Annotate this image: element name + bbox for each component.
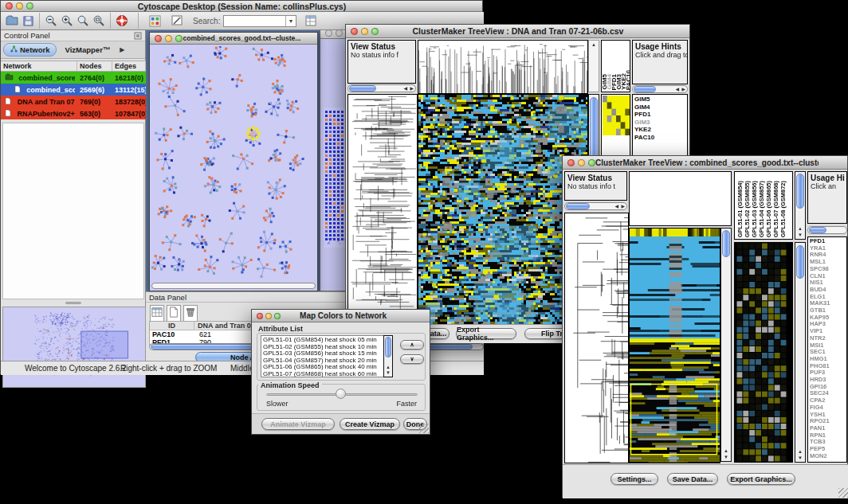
search-input[interactable]: ▼ [223, 15, 296, 27]
tv2-row-dendrogram[interactable] [564, 213, 629, 463]
attribute-browser-icon[interactable] [303, 13, 319, 29]
search-dropdown-icon[interactable]: ▼ [285, 16, 296, 26]
map-colors-dialog: Map Colors to Network Attribute List GPL… [251, 309, 430, 435]
control-panel: Control Panel Network VizMapper™ ▶ Netwo… [1, 30, 146, 361]
minimize-icon[interactable] [165, 35, 172, 42]
gene-label[interactable]: GIM4 [634, 104, 687, 111]
resize-grip[interactable] [838, 488, 848, 498]
minimize-icon[interactable] [265, 313, 272, 319]
slider-thumb[interactable] [336, 389, 346, 399]
close-icon[interactable] [257, 313, 263, 319]
save-icon[interactable] [20, 13, 36, 29]
window-title: Cytoscape Desktop (Session Name: collins… [33, 2, 450, 11]
minimize-icon[interactable] [361, 28, 368, 35]
gene-label[interactable]: YKE2 [634, 126, 687, 134]
zoom-selected-icon[interactable] [75, 13, 91, 29]
zoom-window-icon[interactable] [588, 159, 595, 166]
help-lifesaver-icon[interactable] [114, 13, 130, 29]
move-up-button[interactable]: ∧ [400, 340, 424, 350]
tv2-column-dendrogram [629, 171, 732, 226]
attribute-list-vscrollbar[interactable]: ▲ ▼ [383, 335, 393, 377]
new-attribute-icon[interactable] [167, 305, 181, 322]
tv2-usage-hscrollbar[interactable] [807, 226, 847, 234]
attribute-select-icon[interactable] [150, 305, 164, 322]
minimize-icon[interactable] [578, 159, 585, 166]
tv1-export-graphics-button[interactable]: Export Graphics... [456, 328, 516, 339]
search-label: Search: [193, 17, 220, 25]
dialog-button-bar: Animate Vizmap Create Vizmap Done [252, 413, 430, 434]
tv2-settings-button[interactable]: Settings... [610, 473, 658, 485]
network-row[interactable]: RNAPuberNov2+!563(0)107847(0) [1, 107, 146, 119]
document-icon [12, 85, 22, 95]
network-row[interactable]: combined_scores_2764(0)16218(0) [1, 72, 146, 84]
annotation-icon[interactable] [169, 13, 185, 29]
open-file-icon[interactable] [4, 13, 20, 29]
zoom-window-icon[interactable] [26, 2, 33, 10]
network-row[interactable]: combined_sco2569(6)13112(15) [1, 84, 146, 96]
resize-grip[interactable] [419, 424, 429, 433]
vizmapper-icon[interactable] [147, 13, 163, 29]
close-icon[interactable] [567, 159, 575, 166]
gene-label[interactable]: GIM3 [634, 119, 687, 127]
attribute-item[interactable]: GPL51-07 (GSM868) heat shock 60 min [263, 371, 391, 377]
tv1-column-labels: GIM5GIM4PFD1GIM3YKE2PAC10 [601, 40, 630, 92]
tv2-vscrollbar[interactable]: ▲ ▼ [720, 228, 732, 462]
delete-attribute-icon[interactable] [183, 305, 198, 322]
zoom-in-icon[interactable] [59, 13, 75, 29]
panel-splitter[interactable] [1, 299, 146, 306]
cytoscape-titlebar[interactable]: Cytoscape Desktop (Session Name: collins… [1, 1, 482, 12]
tv1-status-hscrollbar[interactable]: ◀ ▶ [347, 84, 416, 92]
gene-label[interactable]: PAC10 [634, 134, 687, 142]
tv1-mini-heatmap[interactable] [603, 96, 630, 135]
tab-vizmapper[interactable]: VizMapper™ [58, 44, 116, 56]
array-label: PAC10 [626, 70, 631, 90]
tab-network[interactable]: Network [3, 43, 57, 57]
birdseye-overview[interactable] [2, 307, 146, 388]
attribute-list-label: Attribute List [258, 325, 303, 333]
zoom-window-icon[interactable] [274, 313, 281, 319]
data-panel-title: Data Panel [146, 293, 186, 302]
network-hscrollbar[interactable] [151, 283, 316, 289]
move-down-button[interactable]: ∨ [400, 354, 424, 364]
create-vizmap-button[interactable]: Create Vizmap [340, 418, 400, 430]
network-table-header[interactable]: Network Nodes Edges [1, 61, 146, 72]
zoom-window-icon[interactable] [175, 35, 183, 42]
animate-vizmap-button[interactable]: Animate Vizmap [261, 418, 335, 430]
gene-label[interactable]: GIM5 [634, 96, 687, 104]
tv2-save-data-button[interactable]: Save Data... [667, 473, 718, 485]
zoom-fit-icon[interactable] [91, 13, 107, 29]
treeview1-title: ClusterMaker TreeView : DNA and Tran 07-… [379, 26, 658, 36]
network-row[interactable]: DNA and Tran 07769(0)183728(0) [1, 96, 146, 107]
gene-label[interactable]: MON2 [810, 453, 846, 460]
array-label: GPL51-01 (GSM854) [736, 181, 744, 237]
close-icon[interactable] [6, 2, 13, 10]
zoom-out-icon[interactable] [43, 13, 59, 29]
tv1-row-dendrogram[interactable] [347, 94, 418, 325]
folder-icon [2, 73, 14, 82]
tv1-column-dendrogram[interactable] [418, 40, 588, 94]
close-icon[interactable] [351, 28, 358, 35]
minimize-icon[interactable] [16, 2, 23, 10]
close-icon[interactable] [155, 35, 162, 42]
zoom-window-icon[interactable] [371, 28, 379, 35]
data-col-id[interactable]: ID [150, 322, 194, 330]
map-dialog-title: Map Colors to Network [281, 311, 406, 320]
tab-overflow-icon[interactable]: ▶ [120, 46, 124, 53]
faster-label: Faster [396, 400, 417, 408]
tv2-heatmap[interactable] [629, 228, 720, 463]
tv1-usage-hints: Usage Hints Click and drag tc [632, 40, 688, 84]
tv2-export-graphics-button[interactable]: Export Graphics... [727, 473, 795, 485]
tv2-zoom-heatmap[interactable] [736, 243, 787, 462]
tv1-usage-hscrollbar[interactable]: ◀ ▶ [632, 85, 688, 93]
tv2-zoom-vscrollbar[interactable]: ▲ ▼ [795, 242, 806, 463]
array-label: GPL51-08 (GSM872) [779, 181, 787, 237]
tv2-labels-vscrollbar[interactable]: ▲ ▼ [795, 171, 806, 240]
treeview2-title: ClusterMaker TreeView : combined_scores_… [595, 158, 819, 167]
control-panel-title: Control Panel [1, 31, 134, 40]
network-view-canvas[interactable] [151, 46, 316, 282]
tv2-status-hscrollbar[interactable]: ◀ ▶ [564, 202, 627, 210]
gene-label[interactable]: PFD1 [634, 111, 687, 119]
attribute-listbox[interactable]: GPL51-01 (GSM854) heat shock 05 minGPL51… [261, 335, 393, 377]
float-panel-icon[interactable] [134, 29, 142, 43]
array-label: GPL51-07 (GSM868) [772, 181, 779, 237]
